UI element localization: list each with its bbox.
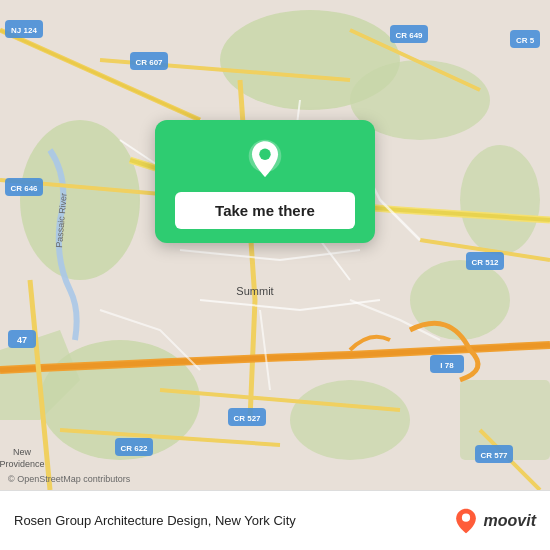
svg-text:CR 646: CR 646 <box>10 184 38 193</box>
svg-text:I 78: I 78 <box>440 361 454 370</box>
svg-text:Providence: Providence <box>0 459 45 469</box>
svg-point-39 <box>461 513 469 521</box>
svg-point-38 <box>259 149 270 160</box>
moovit-logo: moovit <box>452 507 536 535</box>
popup-card: Take me there <box>155 120 375 243</box>
svg-text:Summit: Summit <box>236 285 273 297</box>
svg-point-3 <box>20 120 140 280</box>
svg-text:© OpenStreetMap contributors: © OpenStreetMap contributors <box>8 474 131 484</box>
map-container: NJ 124 CR 607 CR 649 CR 5 CR 646 CR 512 … <box>0 0 550 490</box>
svg-text:CR 5: CR 5 <box>516 36 535 45</box>
bottom-bar: Rosen Group Architecture Design, New Yor… <box>0 490 550 550</box>
location-pin-icon <box>243 138 287 182</box>
svg-text:CR 649: CR 649 <box>395 31 423 40</box>
svg-text:NJ 124: NJ 124 <box>11 26 37 35</box>
take-me-there-button[interactable]: Take me there <box>175 192 355 229</box>
svg-point-9 <box>460 145 540 255</box>
svg-point-4 <box>410 260 510 340</box>
svg-text:New: New <box>13 447 32 457</box>
svg-text:47: 47 <box>17 335 27 345</box>
location-info: Rosen Group Architecture Design, New Yor… <box>14 513 452 528</box>
map-background: NJ 124 CR 607 CR 649 CR 5 CR 646 CR 512 … <box>0 0 550 490</box>
svg-text:CR 527: CR 527 <box>233 414 261 423</box>
svg-point-6 <box>290 380 410 460</box>
svg-text:CR 607: CR 607 <box>135 58 163 67</box>
svg-text:CR 577: CR 577 <box>480 451 508 460</box>
moovit-pin-icon <box>452 507 480 535</box>
moovit-brand-text: moovit <box>484 512 536 530</box>
svg-text:CR 622: CR 622 <box>120 444 148 453</box>
svg-text:CR 512: CR 512 <box>471 258 499 267</box>
